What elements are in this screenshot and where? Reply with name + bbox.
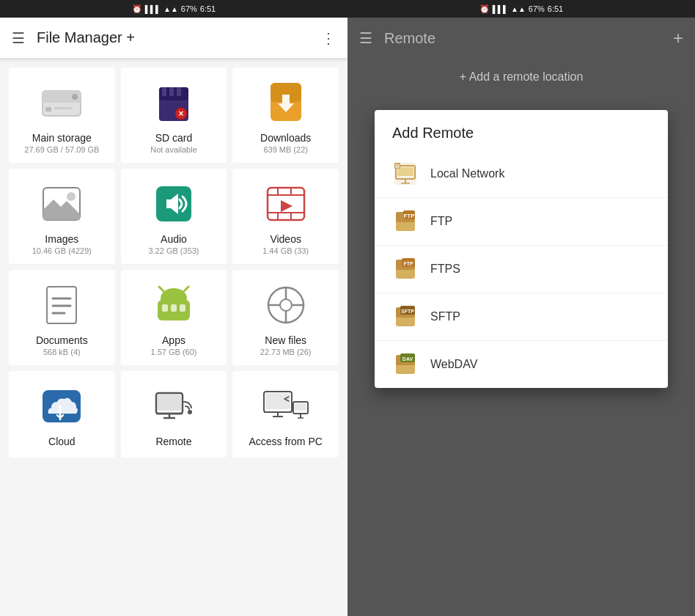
file-grid: Main storage 27.69 GB / 57.09 GB × (0, 59, 348, 466)
svg-point-37 (280, 299, 292, 311)
videos-label: Videos (270, 233, 301, 245)
apps-sublabel: 1.57 GB (60) (151, 348, 197, 356)
images-icon (38, 180, 85, 227)
local-network-label: Local Network (430, 167, 504, 180)
wifi-icon-right: ▌▌▌ (493, 5, 508, 13)
svg-rect-7 (162, 87, 166, 96)
svg-marker-24 (281, 200, 293, 212)
dialog-item-ftp[interactable]: FTP FTP (375, 198, 668, 246)
main-storage-label: Main storage (32, 132, 92, 144)
grid-item-videos[interactable]: Videos 1.44 GB (33) (232, 169, 339, 264)
grid-item-documents[interactable]: Documents 568 kB (4) (9, 270, 115, 365)
signal-icon-right: ▲▲ (511, 5, 526, 13)
alarm-icon-right: ⏰ (479, 4, 490, 14)
svg-text:⊟: ⊟ (395, 164, 400, 169)
grid-item-main-storage[interactable]: Main storage 27.69 GB / 57.09 GB (9, 67, 115, 163)
toolbar-left: ☰ File Manager + ⋮ (0, 18, 348, 59)
dialog-item-local-network[interactable]: ⊟ Local Network (375, 150, 668, 198)
cloud-icon (38, 383, 85, 430)
accesspc-icon (262, 383, 309, 430)
webdav-label: WebDAV (430, 358, 477, 371)
documents-icon (38, 282, 85, 329)
ftp-icon: FTP (392, 208, 419, 235)
svg-rect-35 (180, 304, 185, 312)
dialog-item-ftps[interactable]: FTP FTPS (375, 246, 668, 293)
grid-item-remote[interactable]: Remote (121, 371, 227, 458)
signal-icon-left: ▲▲ (163, 5, 178, 13)
svg-rect-9 (177, 87, 181, 96)
apps-label: Apps (162, 334, 185, 346)
grid-item-apps[interactable]: Apps 1.57 GB (60) (121, 270, 227, 365)
svg-rect-45 (158, 395, 181, 411)
svg-rect-56 (295, 403, 306, 411)
ftp-label: FTP (430, 215, 452, 228)
svg-rect-8 (169, 87, 174, 96)
hamburger-icon[interactable]: ☰ (12, 29, 25, 47)
remote-label: Remote (155, 436, 191, 447)
svg-text:DAV: DAV (402, 356, 413, 362)
svg-text:FTP: FTP (403, 261, 413, 266)
remote-icon (150, 383, 197, 430)
hamburger-icon-right[interactable]: ☰ (359, 29, 372, 47)
svg-rect-4 (54, 107, 72, 109)
images-label: Images (45, 233, 78, 245)
svg-text:FTP: FTP (403, 213, 415, 219)
documents-sublabel: 568 kB (4) (43, 348, 81, 356)
ftps-icon: FTP (392, 256, 419, 282)
grid-item-audio[interactable]: Audio 3.22 GB (353) (121, 169, 227, 264)
sdcard-label: SD card (155, 132, 193, 144)
grid-item-new-files[interactable]: New files 22.73 MB (26) (232, 270, 339, 365)
local-network-icon: ⊟ (392, 161, 419, 187)
sdcard-sublabel: Not available (150, 145, 197, 154)
grid-item-access-pc[interactable]: Access from PC (232, 371, 339, 458)
svg-line-31 (184, 287, 188, 291)
battery-right: 67% (529, 4, 545, 13)
svg-point-15 (67, 192, 76, 201)
status-bar-left: ⏰ ▌▌▌ ▲▲ 67% 6:51 (0, 4, 348, 14)
more-icon[interactable]: ⋮ (321, 29, 336, 47)
webdav-icon: DAV (392, 351, 419, 378)
add-remote-label: + Add a remote location (460, 70, 584, 84)
audio-icon (150, 180, 197, 227)
grid-item-images[interactable]: Images 10.46 GB (4229) (9, 169, 115, 264)
svg-rect-3 (45, 107, 51, 111)
audio-sublabel: 3.22 GB (353) (148, 246, 199, 255)
add-remote-icon[interactable]: + (673, 28, 683, 48)
battery-left: 67% (181, 4, 197, 13)
status-bar-right: ⏰ ▌▌▌ ▲▲ 67% 6:51 (348, 4, 695, 14)
grid-item-cloud[interactable]: Cloud (9, 371, 115, 458)
documents-label: Documents (36, 334, 88, 346)
svg-line-30 (159, 287, 163, 291)
add-remote-dialog: Add Remote ⊟ Local (375, 110, 668, 388)
dialog-title: Add Remote (375, 110, 668, 150)
main-content: ☰ File Manager + ⋮ Main storage 27.69 GB (0, 18, 695, 616)
app-title: File Manager + (37, 29, 309, 46)
left-panel: ☰ File Manager + ⋮ Main storage 27.69 GB (0, 18, 348, 616)
wifi-icon-left: ▌▌▌ (145, 5, 161, 13)
time-right: 6:51 (548, 4, 563, 13)
alarm-icon-left: ⏰ (132, 4, 142, 14)
newfiles-label: New files (265, 334, 306, 346)
sftp-icon: SFTP (392, 304, 419, 330)
images-sublabel: 10.46 GB (4229) (32, 246, 92, 255)
newfiles-icon (262, 282, 309, 329)
accesspc-label: Access from PC (249, 436, 322, 447)
right-panel: ☰ Remote + + Add a remote location Add R… (348, 18, 695, 616)
svg-point-2 (72, 94, 78, 100)
sdcard-icon: × (150, 79, 197, 126)
dialog-item-sftp[interactable]: SFTP SFTP (375, 293, 668, 341)
svg-point-49 (188, 410, 192, 414)
grid-item-sd-card[interactable]: × SD card Not available (121, 67, 227, 163)
audio-label: Audio (161, 233, 187, 245)
svg-text:×: × (178, 109, 183, 119)
cloud-label: Cloud (48, 436, 76, 447)
add-remote-button[interactable]: + Add a remote location (348, 59, 695, 95)
dialog-item-webdav[interactable]: DAV WebDAV (375, 341, 668, 388)
dialog-overlay: Add Remote ⊟ Local (348, 95, 695, 616)
apps-icon (150, 282, 197, 329)
storage-icon (38, 79, 85, 126)
svg-text:SFTP: SFTP (401, 309, 414, 314)
svg-rect-51 (265, 393, 290, 409)
grid-item-downloads[interactable]: Downloads 639 MB (22) (232, 67, 339, 163)
svg-rect-34 (171, 304, 177, 312)
